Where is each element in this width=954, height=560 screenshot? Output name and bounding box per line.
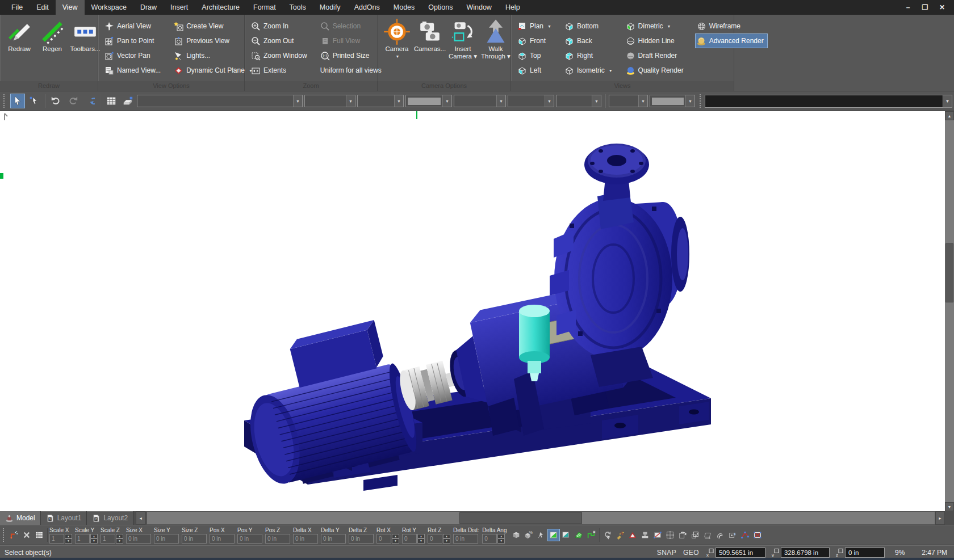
scroll-up-button[interactable]: ▲ bbox=[945, 111, 954, 120]
close-button[interactable]: ✕ bbox=[935, 2, 949, 13]
field-value[interactable]: 0 in bbox=[154, 534, 179, 544]
table-tool[interactable] bbox=[33, 529, 45, 541]
ribbon-zoom-in-item[interactable]: Zoom In bbox=[249, 19, 311, 33]
select-wpoly-tool[interactable] bbox=[572, 529, 585, 541]
field-value[interactable]: 0 in bbox=[182, 534, 207, 544]
ribbon-bottom-item[interactable]: Bottom bbox=[563, 19, 617, 33]
menu-architecture[interactable]: Architecture bbox=[195, 0, 246, 15]
horizontal-scrollbar[interactable] bbox=[147, 511, 935, 525]
field-value[interactable]: 0 bbox=[428, 534, 442, 544]
toolbar-grip[interactable] bbox=[700, 94, 703, 108]
menu-file[interactable]: File bbox=[5, 0, 30, 15]
spray-tool[interactable] bbox=[614, 529, 626, 541]
shear-tool[interactable] bbox=[701, 529, 714, 541]
menu-modes[interactable]: Modes bbox=[387, 0, 422, 15]
linetype-combo[interactable]: ▼ bbox=[357, 95, 404, 107]
drawing-canvas[interactable] bbox=[0, 111, 945, 511]
field-value[interactable]: 1 bbox=[49, 534, 64, 544]
spinner-control[interactable]: ▲▼ bbox=[116, 534, 123, 544]
coordinate-y-input[interactable]: 328.6798 in bbox=[781, 548, 830, 558]
ribbon-draft-render-item[interactable]: Draft Render bbox=[624, 48, 688, 63]
spinner-control[interactable]: ▲▼ bbox=[443, 534, 450, 544]
menu-edit[interactable]: Edit bbox=[30, 0, 56, 15]
coordinate-x-input[interactable]: 509.5651 in bbox=[716, 548, 765, 558]
toolbar-grip[interactable] bbox=[3, 528, 6, 542]
select-cpoly-tool[interactable] bbox=[585, 529, 597, 541]
ribbon-insert-camera-button[interactable]: InsertCamera ▾ bbox=[447, 17, 479, 61]
select-tool[interactable] bbox=[10, 94, 25, 108]
no-render-tool[interactable] bbox=[751, 529, 764, 541]
field-value[interactable]: 0 bbox=[482, 534, 497, 544]
scroll-down-button[interactable]: ▼ bbox=[945, 502, 954, 511]
field-value[interactable]: 0 in bbox=[453, 534, 478, 544]
restore-button[interactable]: ❐ bbox=[918, 2, 932, 13]
geo-toggle[interactable]: GEO bbox=[683, 549, 699, 557]
undo-button[interactable] bbox=[49, 94, 64, 108]
coordinate-z-input[interactable]: 0 in bbox=[845, 548, 885, 558]
hatch-combo[interactable]: ▼ bbox=[650, 95, 695, 107]
pick-cursor-tool[interactable] bbox=[535, 529, 547, 541]
ribbon-walk-through-button[interactable]: WalkThrough ▾ bbox=[480, 17, 512, 61]
tab-scroll-left-button[interactable]: ◄ bbox=[136, 511, 145, 525]
field-value[interactable]: 0 in bbox=[126, 534, 151, 544]
menu-help[interactable]: Help bbox=[499, 0, 527, 15]
polyline-edit-tool[interactable] bbox=[8, 529, 20, 541]
chevron-down-icon[interactable]: ▼ bbox=[943, 95, 952, 108]
offset-tool[interactable] bbox=[714, 529, 726, 541]
publish-button[interactable] bbox=[120, 94, 135, 108]
ribbon-wireframe-item[interactable]: Wireframe bbox=[695, 19, 768, 33]
ribbon-create-view-item[interactable]: Create View bbox=[172, 19, 257, 33]
spinner-control[interactable]: ▲▼ bbox=[417, 534, 425, 544]
edge-tool[interactable] bbox=[739, 529, 751, 541]
ribbon-aerial-view-item[interactable]: Aerial View bbox=[103, 19, 165, 33]
tab-layout1[interactable]: 1Layout1 bbox=[41, 511, 87, 525]
ribbon-pan-to-point-item[interactable]: Pan to Point bbox=[103, 33, 165, 48]
ribbon-vector-pan-item[interactable]: Vector Pan bbox=[103, 48, 165, 63]
ribbon-back-item[interactable]: Back bbox=[563, 33, 617, 48]
lineweight-combo[interactable]: ▼ bbox=[454, 95, 506, 107]
tab-layout2[interactable]: 2Layout2 bbox=[87, 511, 133, 525]
menu-options[interactable]: Options bbox=[421, 0, 459, 15]
menu-modify[interactable]: Modify bbox=[313, 0, 348, 15]
ribbon-dimetric-item[interactable]: Dimetric▼ bbox=[624, 19, 688, 33]
field-value[interactable]: 1 bbox=[101, 534, 115, 544]
text-style-combo[interactable]: ▼ bbox=[508, 95, 554, 107]
vertical-scroll-thumb[interactable] bbox=[945, 243, 953, 302]
stamp-tool[interactable] bbox=[639, 529, 651, 541]
droplet-tool[interactable] bbox=[726, 529, 739, 541]
print-style-combo[interactable]: ▼ bbox=[609, 95, 648, 107]
ribbon-front-item[interactable]: Front bbox=[516, 33, 555, 48]
tab-model[interactable]: Model bbox=[0, 511, 41, 525]
ribbon-zoom-out-item[interactable]: Zoom Out bbox=[249, 33, 311, 48]
solids-cube-tool[interactable] bbox=[510, 529, 522, 541]
menu-window[interactable]: Window bbox=[459, 0, 498, 15]
erase-tool[interactable] bbox=[20, 529, 33, 541]
scale-tool[interactable] bbox=[689, 529, 701, 541]
menu-insert[interactable]: Insert bbox=[164, 0, 195, 15]
field-value[interactable]: 0 bbox=[376, 534, 391, 544]
undo-select-tool[interactable] bbox=[601, 529, 614, 541]
command-input[interactable] bbox=[705, 95, 943, 108]
snap-toggle[interactable]: SNAP bbox=[657, 549, 676, 557]
entity-properties-combo[interactable]: ▼ bbox=[137, 95, 303, 107]
field-value[interactable]: 0 in bbox=[237, 534, 262, 544]
spinner-control[interactable]: ▲▼ bbox=[497, 534, 505, 544]
field-value[interactable]: 0 in bbox=[349, 534, 374, 544]
field-value[interactable]: 0 in bbox=[321, 534, 346, 544]
select-crossing-tool[interactable]: w bbox=[560, 529, 572, 541]
ribbon-printed-size-item[interactable]: 1:1Printed Size bbox=[319, 48, 386, 63]
ribbon-cameras-button[interactable]: Cameras... bbox=[414, 17, 446, 54]
ribbon-plan-item[interactable]: Plan▼ bbox=[516, 19, 555, 33]
move-tool[interactable] bbox=[664, 529, 676, 541]
ribbon-top-item[interactable]: Top bbox=[516, 48, 555, 63]
ribbon-regen-button[interactable]: Regen bbox=[36, 17, 68, 54]
ribbon-extents-item[interactable]: Extents bbox=[249, 63, 311, 78]
vertical-scrollbar[interactable]: ▲ ▼ bbox=[945, 111, 954, 511]
ribbon-redraw-button[interactable]: Redraw bbox=[3, 17, 35, 54]
select-window-tool[interactable] bbox=[547, 529, 560, 541]
scroll-right-button[interactable]: ► bbox=[935, 511, 945, 525]
ribbon-hidden-line-item[interactable]: Hidden Line bbox=[624, 33, 688, 48]
ribbon-previous-view-item[interactable]: Previous View bbox=[172, 33, 257, 48]
menu-format[interactable]: Format bbox=[246, 0, 283, 15]
dim-style-combo[interactable]: ▼ bbox=[556, 95, 601, 107]
